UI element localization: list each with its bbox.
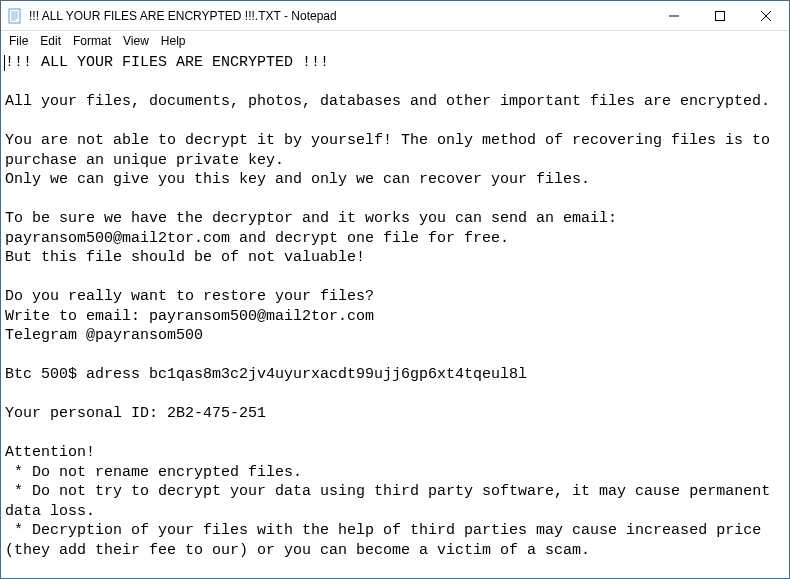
notepad-window: !!! ALL YOUR FILES ARE ENCRYPTED !!!.TXT… (0, 0, 790, 579)
document-text: !!! ALL YOUR FILES ARE ENCRYPTED !!! All… (5, 54, 779, 559)
notepad-icon (7, 8, 23, 24)
text-cursor (4, 55, 5, 71)
menu-edit[interactable]: Edit (34, 33, 67, 49)
window-controls (651, 1, 789, 30)
maximize-button[interactable] (697, 1, 743, 30)
svg-rect-7 (716, 11, 725, 20)
menu-file[interactable]: File (3, 33, 34, 49)
menu-format[interactable]: Format (67, 33, 117, 49)
menu-help[interactable]: Help (155, 33, 192, 49)
menubar: File Edit Format View Help (1, 31, 789, 51)
window-title: !!! ALL YOUR FILES ARE ENCRYPTED !!!.TXT… (29, 9, 651, 23)
titlebar[interactable]: !!! ALL YOUR FILES ARE ENCRYPTED !!!.TXT… (1, 1, 789, 31)
minimize-button[interactable] (651, 1, 697, 30)
text-area[interactable]: !!! ALL YOUR FILES ARE ENCRYPTED !!! All… (1, 51, 789, 578)
close-button[interactable] (743, 1, 789, 30)
menu-view[interactable]: View (117, 33, 155, 49)
